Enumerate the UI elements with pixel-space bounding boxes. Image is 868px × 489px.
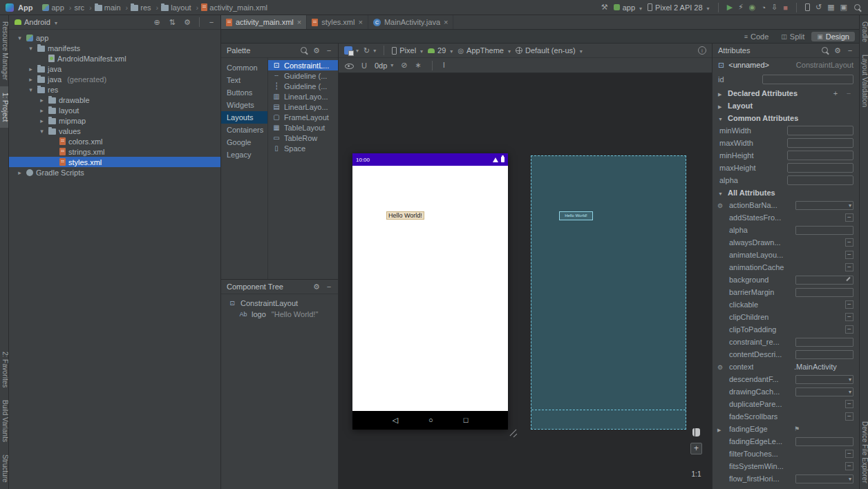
hello-world-textview[interactable]: Hello World! <box>386 211 424 220</box>
attribute-value-input[interactable] <box>795 338 853 347</box>
debug-button[interactable]: ◉ <box>749 3 756 12</box>
clipToPadding[interactable]: clipToPadding <box>713 323 859 336</box>
autoconnect-magnet-icon[interactable]: U <box>361 61 367 70</box>
palette-item[interactable]: ▦ TableLayout <box>268 122 338 133</box>
drawingCach...[interactable]: drawingCach... <box>713 385 859 398</box>
attribute-toggle[interactable] <box>845 412 853 421</box>
expand-arrow-icon[interactable]: ▸ <box>27 76 35 83</box>
minHeight[interactable]: minHeight <box>713 149 859 162</box>
expand-arrow-icon[interactable]: ▸ <box>16 169 23 176</box>
breadcrumb-item[interactable]: main <box>95 3 131 12</box>
palette-item[interactable]: ┆ Guideline (... <box>268 81 338 91</box>
attribute-toggle[interactable] <box>845 462 853 470</box>
clickable[interactable]: clickable <box>713 298 859 311</box>
actionBarNa...[interactable]: actionBarNa... <box>713 199 859 211</box>
run-button[interactable]: ▶ <box>727 3 733 12</box>
project-tree-item[interactable]: ▸ java (generated) <box>9 74 220 84</box>
search-everywhere-icon[interactable] <box>853 3 862 12</box>
locale-selector[interactable]: Default (en-us) <box>516 46 583 55</box>
view-mode-design[interactable]: ▣ Design <box>811 32 855 41</box>
project-tree-item[interactable]: ▸ Gradle Scripts <box>9 167 220 178</box>
clipChildren[interactable]: clipChildren <box>713 311 859 323</box>
sdk-manager-icon[interactable]: ▣ <box>840 3 847 12</box>
settings-gear-icon[interactable]: ⚙ <box>181 17 194 28</box>
design-surface-selector[interactable] <box>344 46 359 55</box>
hide-panel-icon[interactable]: − <box>205 17 218 28</box>
attribute-toggle[interactable] <box>845 400 853 408</box>
minimize-icon[interactable]: − <box>844 45 856 56</box>
expand-arrow-icon[interactable]: ▸ <box>38 107 46 114</box>
project-tree-item[interactable]: ▾ manifests <box>9 43 220 53</box>
project-tree-item[interactable]: strings.xml <box>9 146 220 157</box>
project-tree-item[interactable]: colors.xml <box>9 136 220 146</box>
palette-item[interactable]: ⊡ ConstraintL... <box>268 60 338 70</box>
expand-arrow-icon[interactable]: ▸ <box>38 117 46 124</box>
tab-close-icon[interactable] <box>358 18 362 26</box>
infer-constraints-icon[interactable]: ∗ <box>415 61 422 70</box>
attribute-value-input[interactable] <box>795 437 853 446</box>
guidelines-icon[interactable]: Ⅰ <box>443 61 445 70</box>
stripe-gradle[interactable]: Gradle <box>860 15 868 48</box>
palette-category[interactable]: Text <box>221 74 267 86</box>
palette-category[interactable]: Buttons <box>221 86 267 99</box>
attribute-toggle[interactable] <box>845 313 853 321</box>
project-tree-item[interactable]: ▾ values <box>9 126 220 136</box>
device-manager-icon[interactable] <box>805 3 810 11</box>
design-preview-phone[interactable]: 10:00 Hello World! <box>352 153 508 430</box>
attribute-value-input[interactable] <box>787 126 853 135</box>
stripe-project[interactable]: 1: Project <box>0 86 9 128</box>
stop-button[interactable]: ■ <box>783 3 788 12</box>
sync-project-icon[interactable]: ↺ <box>815 3 822 12</box>
breadcrumb-item[interactable]: app <box>42 3 74 12</box>
animateLayou...[interactable]: animateLayou... <box>713 249 859 261</box>
stripe-build-variants[interactable]: Build Variants <box>0 394 9 448</box>
palette-item[interactable]: ▢ FrameLayout <box>268 112 338 122</box>
minimize-icon[interactable]: − <box>323 45 335 56</box>
stripe-favorites[interactable]: 2: Favorites <box>0 345 9 394</box>
view-mode-code[interactable]: ≡ Code <box>739 32 775 41</box>
view-options-icon[interactable] <box>344 61 354 70</box>
constraint_re...[interactable]: constraint_re... <box>713 336 859 348</box>
blueprint-preview[interactable]: Hello World! <box>531 155 686 430</box>
remove-attribute-button[interactable] <box>844 89 853 97</box>
locate-file-icon[interactable]: ⊕ <box>151 17 163 28</box>
paint-pencil-icon[interactable] <box>795 276 853 285</box>
run-config-selector[interactable]: app <box>614 3 642 12</box>
palette-item[interactable]: ▯ Space <box>268 143 338 153</box>
attribute-value-input[interactable] <box>787 175 853 185</box>
project-tree-item[interactable]: ▾ app <box>9 32 220 43</box>
zoom-in-button[interactable]: + <box>690 443 702 454</box>
attribute-toggle[interactable] <box>845 251 853 259</box>
minWidth[interactable]: minWidth <box>713 124 859 137</box>
attribute-toggle[interactable] <box>845 263 853 271</box>
attribute-toggle[interactable] <box>845 300 853 309</box>
attribute-toggle[interactable] <box>845 238 853 247</box>
settings-gear-icon[interactable]: ⚙ <box>831 45 844 56</box>
addStatesFro...[interactable]: addStatesFro... <box>713 211 859 224</box>
settings-gear-icon[interactable]: ⚙ <box>310 45 323 56</box>
expand-arrow-icon[interactable]: ▾ <box>38 128 46 135</box>
clear-constraints-icon[interactable]: ⊘ <box>401 61 407 70</box>
tab-close-icon[interactable] <box>297 18 301 26</box>
tab-mainactivity[interactable]: MainActivity.java <box>368 15 454 29</box>
default-margins-button[interactable]: 0dp <box>375 61 393 70</box>
design-surface[interactable]: 10:00 Hello World! Hello World! <box>339 73 712 489</box>
section-declared-attributes[interactable]: Declared Attributes <box>713 87 859 99</box>
theme-selector[interactable]: AppTheme <box>457 46 511 55</box>
stripe-layout-validation[interactable]: Layout Validation <box>860 48 868 113</box>
maxHeight[interactable]: maxHeight <box>713 162 859 174</box>
project-tree-item[interactable]: AndroidManifest.xml <box>9 53 220 64</box>
breadcrumb-item[interactable]: layout <box>161 3 201 12</box>
attribute-value-input[interactable] <box>795 226 853 235</box>
attribute-value-input[interactable] <box>795 288 853 297</box>
expand-arrow-icon[interactable]: ▾ <box>27 45 35 52</box>
add-attribute-button[interactable] <box>831 89 840 97</box>
attribute-value-input[interactable] <box>787 138 853 148</box>
search-icon[interactable] <box>819 45 831 56</box>
layout-inspector-icon[interactable]: ▦ <box>827 3 834 12</box>
maxWidth[interactable]: maxWidth <box>713 137 859 149</box>
palette-category[interactable]: Common <box>221 61 267 74</box>
api-version-selector[interactable]: 29 <box>428 46 453 55</box>
zoom-level[interactable]: 1:1 <box>692 470 701 478</box>
breadcrumb-item[interactable]: activity_main.xml <box>201 3 275 12</box>
